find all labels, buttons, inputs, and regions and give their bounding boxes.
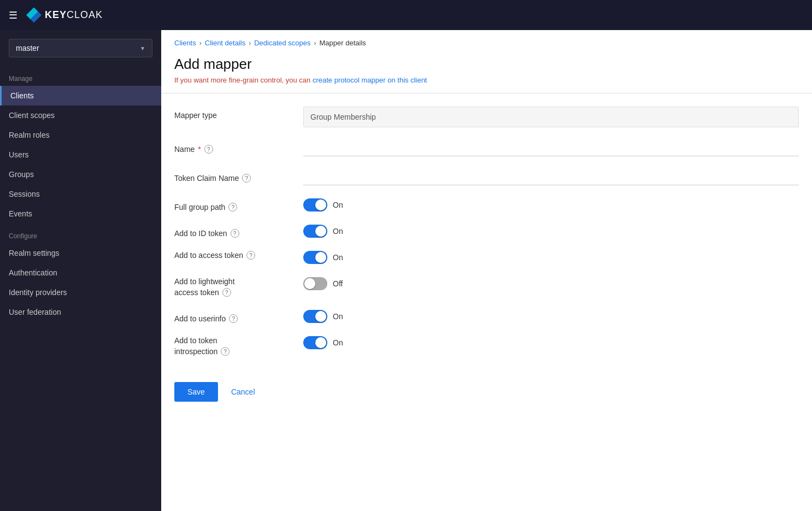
name-input[interactable] [303, 140, 799, 156]
breadcrumb-clients[interactable]: Clients [174, 39, 196, 47]
sidebar-item-clients[interactable]: Clients [0, 86, 161, 105]
name-help-icon[interactable]: ? [204, 145, 213, 154]
add-to-id-token-slider [303, 225, 327, 238]
mapper-type-control: Group Membership [303, 107, 799, 127]
add-to-access-token-help-icon[interactable]: ? [246, 251, 255, 260]
add-to-lightweight-control: Off [303, 277, 799, 290]
sidebar-item-sessions[interactable]: Sessions [0, 184, 161, 204]
sidebar-item-realm-settings[interactable]: Realm settings [0, 243, 161, 263]
form-section: Mapper type Group Membership Name * ? [161, 107, 812, 356]
add-to-token-introspection-label-main: Add to token [174, 336, 295, 345]
subtitle-link[interactable]: create protocol mapper on this client [313, 76, 427, 84]
add-to-access-token-toggle-container: On [303, 251, 799, 264]
mapper-type-row: Mapper type Group Membership [174, 107, 799, 127]
add-to-access-token-slider [303, 251, 327, 264]
add-to-lightweight-label-sub: access token ? [174, 288, 295, 297]
full-group-path-row: Full group path ? On [174, 198, 799, 212]
page-title: Add mapper [161, 51, 812, 75]
sidebar-item-authentication[interactable]: Authentication [0, 263, 161, 283]
token-claim-name-label: Token Claim Name ? [174, 169, 295, 183]
logo-container: KEYCLOAK [26, 8, 103, 23]
add-to-userinfo-control: On [303, 310, 799, 323]
add-to-id-token-help-icon[interactable]: ? [231, 229, 239, 238]
content-area: Clients › Client details › Dedicated sco… [161, 30, 812, 511]
add-to-id-token-row: Add to ID token ? On [174, 225, 799, 238]
sidebar: master ▼ Manage Clients Client scopes Re… [0, 30, 161, 511]
save-button[interactable]: Save [174, 382, 218, 402]
breadcrumb-mapper-details: Mapper details [320, 39, 366, 47]
token-claim-name-row: Token Claim Name ? [174, 169, 799, 185]
token-claim-name-input[interactable] [303, 169, 799, 185]
add-to-userinfo-toggle-label: On [333, 312, 343, 321]
sidebar-item-groups[interactable]: Groups [0, 165, 161, 184]
manage-section-label: Manage [0, 66, 161, 86]
realm-dropdown-icon: ▼ [140, 45, 145, 51]
add-to-userinfo-label: Add to userinfo ? [174, 310, 295, 323]
breadcrumb-dedicated-scopes[interactable]: Dedicated scopes [254, 39, 310, 47]
full-group-path-toggle-label: On [333, 201, 343, 209]
add-to-id-token-toggle[interactable] [303, 225, 327, 238]
add-to-token-introspection-knob [315, 337, 326, 348]
hamburger-icon[interactable]: ☰ [9, 9, 17, 21]
name-row: Name * ? [174, 140, 799, 156]
add-to-userinfo-row: Add to userinfo ? On [174, 310, 799, 323]
add-to-lightweight-toggle-container: Off [303, 277, 799, 290]
topnav: ☰ KEYCLOAK [0, 0, 812, 30]
sidebar-item-users[interactable]: Users [0, 145, 161, 165]
logo-text: KEYCLOAK [45, 9, 103, 21]
sidebar-item-client-scopes[interactable]: Client scopes [0, 105, 161, 125]
add-to-access-token-row: Add to access token ? On [174, 251, 799, 264]
add-to-userinfo-toggle-container: On [303, 310, 799, 323]
full-group-path-knob [315, 199, 326, 210]
breadcrumb-client-details[interactable]: Client details [205, 39, 245, 47]
add-to-userinfo-help-icon[interactable]: ? [229, 314, 238, 323]
add-to-lightweight-knob [304, 278, 315, 289]
logo-icon [26, 8, 42, 23]
name-label: Name * ? [174, 140, 295, 154]
add-to-token-introspection-toggle-label: On [333, 338, 343, 347]
realm-selector[interactable]: master ▼ [9, 39, 152, 57]
realm-name: master [16, 44, 39, 52]
add-to-userinfo-toggle[interactable] [303, 310, 327, 323]
main-layout: master ▼ Manage Clients Client scopes Re… [0, 30, 812, 511]
cancel-button[interactable]: Cancel [225, 382, 262, 402]
full-group-path-toggle-container: On [303, 198, 799, 212]
configure-section-label: Configure [0, 224, 161, 243]
add-to-lightweight-help-icon[interactable]: ? [222, 288, 231, 297]
button-row: Save Cancel [161, 369, 812, 419]
add-to-lightweight-label-main: Add to lightweight [174, 277, 295, 286]
add-to-lightweight-toggle-label: Off [333, 279, 343, 288]
sidebar-item-identity-providers[interactable]: Identity providers [0, 283, 161, 302]
add-to-lightweight-toggle[interactable] [303, 277, 327, 290]
full-group-path-toggle[interactable] [303, 198, 327, 212]
full-group-path-label: Full group path ? [174, 198, 295, 212]
sidebar-item-realm-roles[interactable]: Realm roles [0, 125, 161, 145]
add-to-token-introspection-help-icon[interactable]: ? [221, 347, 230, 356]
add-to-access-token-control: On [303, 251, 799, 264]
add-to-token-introspection-toggle[interactable] [303, 336, 327, 349]
mapper-type-value: Group Membership [303, 107, 799, 127]
token-claim-name-control [303, 169, 799, 185]
sidebar-item-user-federation[interactable]: User federation [0, 302, 161, 322]
token-claim-help-icon[interactable]: ? [242, 174, 251, 183]
full-group-path-slider [303, 198, 327, 212]
add-to-id-token-toggle-label: On [333, 227, 343, 236]
add-to-lightweight-slider [303, 277, 327, 290]
add-to-token-introspection-control: On [303, 336, 799, 349]
add-to-access-token-toggle[interactable] [303, 251, 327, 264]
add-to-lightweight-row: Add to lightweight access token ? [174, 277, 799, 297]
add-to-id-token-control: On [303, 225, 799, 238]
add-to-id-token-knob [315, 226, 326, 237]
section-divider [161, 93, 812, 93]
add-to-access-token-toggle-label: On [333, 253, 343, 262]
add-to-token-introspection-label: Add to token introspection ? [174, 336, 295, 356]
subtitle-text: If you want more fine-grain control, you… [174, 76, 310, 84]
add-to-lightweight-label: Add to lightweight access token ? [174, 277, 295, 297]
add-to-access-token-label-main: Add to access token ? [174, 251, 295, 260]
add-to-token-introspection-toggle-container: On [303, 336, 799, 349]
sidebar-item-events[interactable]: Events [0, 204, 161, 224]
page-subtitle: If you want more fine-grain control, you… [161, 75, 812, 93]
full-group-path-help-icon[interactable]: ? [228, 203, 237, 212]
add-to-id-token-label: Add to ID token ? [174, 225, 295, 238]
name-required: * [198, 145, 201, 154]
